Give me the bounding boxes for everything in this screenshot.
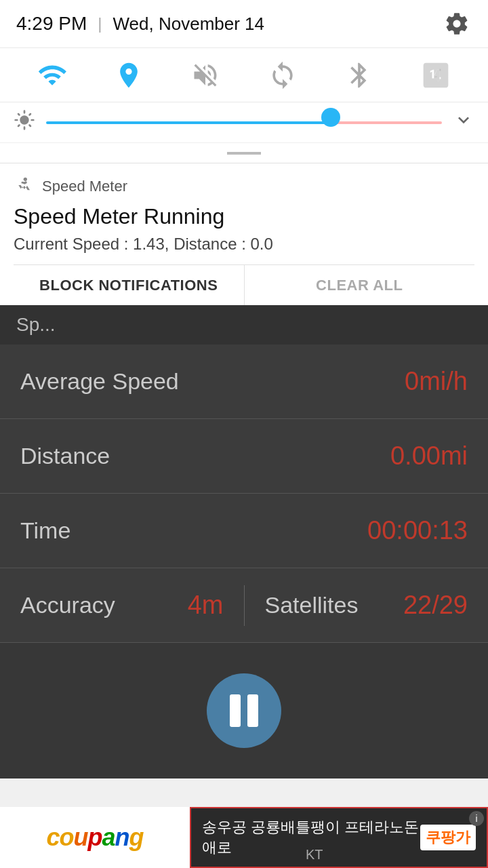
brightness-row [0,102,488,142]
gear-icon[interactable] [442,9,472,39]
notif-app-name: Speed Meter [42,178,127,195]
ad-banner[interactable]: coupang 송우공 공룡배틀팽이 프테라노돈 애로 쿠팡가 i KT [0,807,488,868]
app-titlebar: Sp... [0,305,488,344]
notif-body: Current Speed : 1.43, Distance : 0.0 [14,235,474,254]
chevron-down-icon[interactable] [453,109,474,136]
speed-meter-app: Sp... Average Speed 0mi/h Distance 0.00m… [0,305,488,778]
average-speed-row: Average Speed 0mi/h [0,344,488,419]
ad-right-banner[interactable]: 송우공 공룡배틀팽이 프테라노돈 애로 쿠팡가 i KT [190,807,488,868]
block-notifications-button[interactable]: BLOCK NOTIFICATIONS [14,265,245,305]
clear-all-button[interactable]: CLEAR ALL [245,265,475,305]
pause-area [0,643,488,778]
app-content: Sp... Average Speed 0mi/h Distance 0.00m… [0,305,488,778]
notif-title: Speed Meter Running [14,204,474,229]
accuracy-satellites-row: Accuracy 4m Satellites 22/29 [0,568,488,643]
distance-row: Distance 0.00mi [0,419,488,494]
status-left: 4:29 PM | Wed, November 14 [16,13,264,35]
bluetooth-icon[interactable] [339,55,380,96]
status-divider: | [98,14,102,33]
svg-point-0 [24,178,27,181]
drag-handle[interactable] [0,142,488,163]
ad-logo-right: 쿠팡가 [420,825,476,850]
accuracy-value: 4m [188,591,224,620]
average-speed-value: 0mi/h [405,367,468,396]
distance-value: 0.00mi [390,441,468,471]
average-speed-label: Average Speed [20,368,179,395]
location-icon[interactable] [108,55,149,96]
notif-app-icon [14,176,35,197]
notif-actions: BLOCK NOTIFICATIONS CLEAR ALL [14,264,474,305]
kt-carrier-badge: KT [306,847,372,863]
brightness-track [46,121,442,124]
nfc-icon[interactable] [415,55,456,96]
brightness-slider[interactable] [46,116,442,130]
pause-button[interactable] [207,673,281,748]
pause-bar-left [230,694,241,727]
time-row: Time 00:00:13 [0,494,488,568]
notification-card: Speed Meter Speed Meter Running Current … [0,163,488,305]
ad-info-icon[interactable]: i [469,811,484,826]
notif-header: Speed Meter [14,176,474,197]
sync-icon[interactable] [262,55,303,96]
wifi-icon[interactable] [32,55,73,96]
time-label: Time [20,517,70,544]
accuracy-label: Accuracy [20,592,115,618]
status-bar: 4:29 PM | Wed, November 14 [0,0,488,47]
mute-icon[interactable] [185,55,226,96]
brightness-icon [14,109,35,136]
pause-bar-right [247,694,258,727]
satellites-cell: Satellites 22/29 [245,591,489,620]
status-date: Wed, November 14 [113,14,265,35]
quick-settings-row [0,47,488,102]
distance-label: Distance [20,443,110,469]
ad-coupang-logo[interactable]: coupang [0,807,190,868]
status-time: 4:29 PM [16,13,87,35]
satellites-value: 22/29 [403,591,468,620]
app-title-text: Sp... [16,314,56,336]
pause-icon [230,694,258,727]
time-value: 00:00:13 [367,516,468,545]
accuracy-cell: Accuracy 4m [0,591,244,620]
satellites-label: Satellites [265,592,359,618]
brightness-thumb [321,108,340,127]
drag-lines [227,152,261,155]
